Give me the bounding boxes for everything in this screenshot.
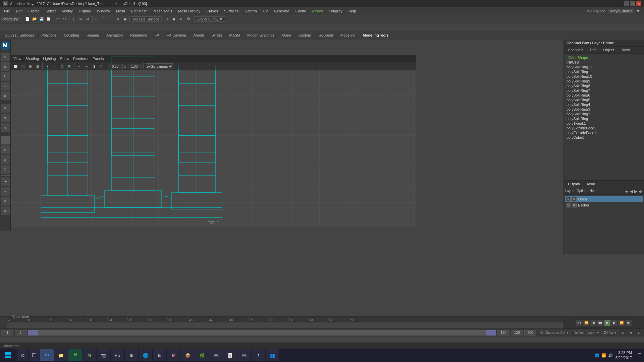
snap-live-icon[interactable]: ◉ xyxy=(122,16,128,22)
character-set-selector[interactable]: No Character Set ▼ xyxy=(538,330,571,335)
next-frame-button[interactable]: ▶ xyxy=(611,320,618,326)
cb-tab-show[interactable]: Show xyxy=(618,47,633,53)
layer-type-escher[interactable]: R xyxy=(572,203,577,207)
menu-display[interactable]: Display xyxy=(76,8,94,14)
render-settings-icon[interactable]: ⚙ xyxy=(185,16,192,22)
menu-create[interactable]: Create xyxy=(26,8,42,14)
range-end-input[interactable] xyxy=(497,330,509,336)
vp-select-all[interactable]: ⬜ xyxy=(12,63,19,70)
taskbar-app-speedtree[interactable]: 🌿 xyxy=(195,349,209,361)
new-file-icon[interactable]: 📄 xyxy=(24,16,31,22)
tab-fx-caching[interactable]: FX Caching xyxy=(163,32,189,38)
tab-sculpting[interactable]: Sculpting xyxy=(61,32,83,38)
lasso-tool[interactable]: ⌾ xyxy=(1,123,10,132)
vp-renderer-menu[interactable]: Renderer xyxy=(73,57,89,61)
paint-select-icon[interactable]: ⊃ xyxy=(85,16,91,22)
menu-mesh[interactable]: Mesh xyxy=(113,8,128,14)
color-space-select[interactable]: sRGB gamma xyxy=(145,63,173,69)
vp-view-menu[interactable]: View xyxy=(13,57,21,61)
play-back-button[interactable]: ◀▶ xyxy=(597,320,603,326)
notification-center[interactable]: 🗨 xyxy=(635,349,644,362)
vp-layout2[interactable]: ▫ xyxy=(51,63,58,70)
tab-gobrush[interactable]: GoBrush xyxy=(315,32,336,38)
menu-deform[interactable]: Deform xyxy=(242,8,259,14)
tab-xgen[interactable]: XGen xyxy=(278,32,294,38)
menu-curves[interactable]: Curves xyxy=(204,8,221,14)
taskbar-app-explorer[interactable]: 📁 xyxy=(54,349,68,361)
cb-item-2[interactable]: polySplitRing10 xyxy=(565,74,643,79)
redo-icon[interactable]: ↪ xyxy=(61,16,68,22)
menu-generate[interactable]: Generate xyxy=(271,8,292,14)
visibility-button[interactable]: 👁 xyxy=(1,177,10,186)
character-set-dropdown[interactable]: ▼ xyxy=(566,331,569,335)
taskbar-app-epic[interactable]: Ep xyxy=(111,349,124,361)
open-file-icon[interactable]: 📂 xyxy=(31,16,38,22)
snap-surface-icon[interactable]: ◈ xyxy=(115,16,121,22)
workspace-value[interactable]: Maya Classic xyxy=(608,9,634,13)
menu-file[interactable]: File xyxy=(1,8,13,14)
total-frame-input[interactable] xyxy=(524,330,536,336)
tab-custom[interactable]: Custom xyxy=(295,32,315,38)
menu-mesh-display[interactable]: Mesh Display xyxy=(175,8,203,14)
cb-item-11[interactable]: polySplitRing1 xyxy=(565,116,643,121)
menu-surfaces[interactable]: Surfaces xyxy=(221,8,241,14)
ipr-render-icon[interactable]: ▸ xyxy=(178,16,185,22)
vp-layout1[interactable]: ▪ xyxy=(44,63,51,70)
layout-single[interactable]: ▪ xyxy=(1,136,10,144)
last-tool[interactable]: ⊠ xyxy=(1,92,10,100)
range-start-input[interactable] xyxy=(15,330,27,336)
anim-layer-selector[interactable]: No Anim Layer ▼ xyxy=(572,330,601,335)
vp-select-hier[interactable]: ⬛ xyxy=(19,63,26,70)
menu-arnold[interactable]: Arnold xyxy=(310,8,326,14)
vp-shade1[interactable]: ■ xyxy=(83,63,90,70)
layer-prev[interactable]: ◀ xyxy=(630,189,633,194)
cb-tab-channels[interactable]: Channels xyxy=(565,47,586,53)
layer-subtab-layers[interactable]: Layers xyxy=(565,189,575,194)
max-frame-input[interactable] xyxy=(511,330,523,336)
current-frame-input[interactable] xyxy=(1,330,13,336)
taskbar-app-game1[interactable]: 🎮 xyxy=(209,349,223,361)
layout-side[interactable]: ⊟ xyxy=(1,155,10,164)
taskbar-app-files[interactable]: 🗔 xyxy=(29,349,40,361)
menu-window[interactable]: Window xyxy=(94,8,113,14)
vp-layout4[interactable]: ⊞ xyxy=(66,63,73,70)
layer-subtab-help[interactable]: Help xyxy=(589,189,596,194)
taskbar-app-calc[interactable]: 🖩 xyxy=(153,349,166,361)
layer-subtab-options[interactable]: Options xyxy=(577,189,588,194)
taskbar-app-maya1[interactable]: M xyxy=(68,349,82,361)
timeline-bar[interactable] xyxy=(7,322,564,328)
render-current-icon[interactable]: ▷ xyxy=(164,16,171,22)
taskbar-app-photoshop[interactable]: Ps xyxy=(40,349,54,361)
tray-wifi[interactable]: 📶 xyxy=(601,353,606,358)
taskbar-app-dropbox[interactable]: 📦 xyxy=(181,349,195,361)
cb-item-8[interactable]: polySplitRing4 xyxy=(565,102,643,107)
tool-settings-button[interactable]: ⚙ xyxy=(1,197,10,205)
taskbar-app-device[interactable]: ⚙ xyxy=(125,349,138,361)
taskbar-app-game4[interactable]: 🗡 xyxy=(252,349,265,361)
timeline-settings-icon[interactable]: ⊙ xyxy=(620,329,627,336)
fps-dropdown[interactable]: ▼ xyxy=(614,331,617,335)
cb-item-1[interactable]: polySplitRing11 xyxy=(565,69,643,74)
menu-cache[interactable]: Cache xyxy=(293,8,309,14)
snap-grid-icon[interactable]: ⊞ xyxy=(94,16,100,22)
vp-shade3[interactable]: □ xyxy=(98,63,105,70)
layer-prev-prev[interactable]: ⏮ xyxy=(625,189,629,194)
vp-value-input2[interactable] xyxy=(127,64,142,69)
layer-next-next[interactable]: ⏭ xyxy=(639,189,643,194)
layer-tab-anim[interactable]: Anim xyxy=(584,181,598,187)
anim-layer-dropdown[interactable]: ▼ xyxy=(596,331,599,335)
tray-network[interactable]: 🌐 xyxy=(595,353,599,358)
layout-quad[interactable]: ⊞ xyxy=(1,145,10,154)
tab-mash[interactable]: MASH xyxy=(226,32,243,38)
tab-curves-surfaces[interactable]: Curves / Surfaces xyxy=(1,32,37,38)
lasso-icon[interactable]: ⊂ xyxy=(77,16,84,22)
prev-frame-button[interactable]: ◀ xyxy=(590,320,596,326)
vp-panels-menu[interactable]: Panels xyxy=(93,57,104,61)
cb-item-6[interactable]: polySplitRing6 xyxy=(565,93,643,98)
soft-select-tool[interactable]: ⊙ xyxy=(1,104,10,113)
workspace-dropdown[interactable]: ▼ xyxy=(636,9,640,13)
layer-vis-open[interactable]: V xyxy=(566,197,571,201)
cb-item-9[interactable]: polySplitRing3 xyxy=(565,107,643,112)
taskbar-app-camtasia[interactable]: 📷 xyxy=(97,349,110,361)
close-button[interactable]: ✕ xyxy=(636,1,641,6)
